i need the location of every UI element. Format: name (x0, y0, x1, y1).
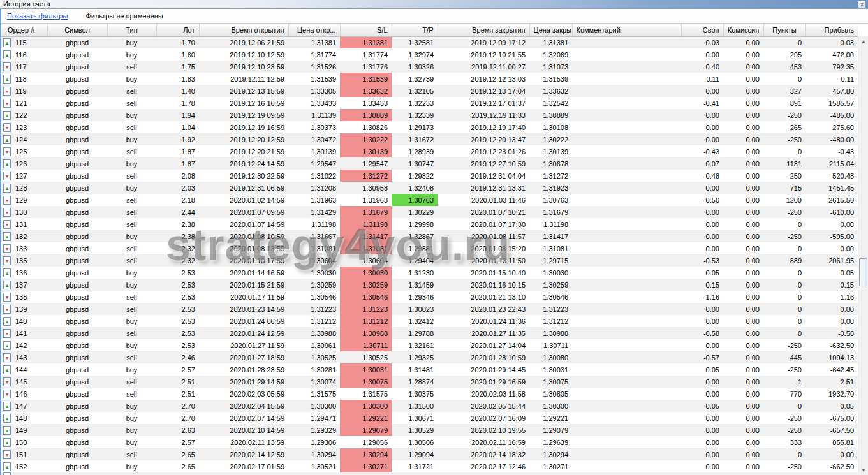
cell-close-time: 2019.12.17 01:37 (438, 97, 529, 109)
col-header-swap[interactable]: Своп (681, 24, 723, 36)
cell-swap: -0.40 (681, 61, 723, 73)
table-row[interactable]: ▼ 139 gbpusd sell 2.53 2020.01.23 14:59 … (1, 303, 858, 315)
scroll-down-icon[interactable]: ▼ (858, 465, 868, 475)
cell-type: buy (107, 36, 156, 48)
table-row[interactable]: ▲ 116 gbpusd buy 1.60 2019.12.10 12:59 1… (1, 48, 858, 61)
table-row[interactable]: ▲ 115 gbpusd buy 1.70 2019.12.06 21:59 1… (1, 36, 858, 48)
order-icon: ▲ (3, 159, 11, 168)
table-row[interactable]: ▼ 138 gbpusd sell 2.53 2020.01.17 11:59 … (1, 291, 858, 303)
table-row[interactable]: ▲ 126 gbpusd buy 1.87 2019.12.24 14:59 1… (1, 157, 858, 170)
cell-tp: 1.29173 (392, 121, 438, 133)
table-row[interactable]: ▲ 137 gbpusd buy 2.53 2020.01.15 21:59 1… (1, 279, 858, 291)
table-row[interactable]: ▲ 118 gbpusd buy 1.83 2019.12.11 12:59 1… (1, 73, 858, 85)
cell-open-time: 2019.12.11 12:59 (199, 73, 288, 85)
table-row[interactable]: ▲ 147 gbpusd buy 2.70 2020.02.04 15:59 1… (1, 400, 858, 412)
col-header-type[interactable]: Тип (107, 24, 156, 36)
col-header-open-price[interactable]: Цена откр... (288, 24, 340, 36)
cell-order: 151 (14, 448, 47, 460)
table-row[interactable]: ▼ 135 gbpusd sell 2.32 2020.01.10 17:59 … (1, 254, 858, 267)
table-row[interactable]: ▼ 141 gbpusd sell 2.53 2020.01.24 12:59 … (1, 327, 858, 339)
col-header-open-time[interactable]: Время открытия (199, 24, 288, 36)
cell-symbol: gbpusd (47, 218, 107, 230)
cell-swap: 0.00 (681, 218, 723, 230)
table-row[interactable]: ▲ 150 gbpusd buy 2.57 2020.02.11 13:59 1… (1, 436, 858, 448)
cell-commission: 0.00 (723, 303, 763, 315)
cell-profit: 2061.95 (805, 254, 858, 267)
cell-symbol: gbpusd (47, 242, 107, 254)
col-header-comment[interactable]: Комментарий (572, 24, 681, 36)
cell-profit: -480.00 (805, 133, 858, 145)
col-header-lot[interactable]: Лот (156, 24, 199, 36)
cell-symbol: gbpusd (47, 230, 107, 242)
col-header-points[interactable]: Пункты (763, 24, 805, 36)
cell-profit: -662.50 (805, 460, 858, 472)
scroll-up-icon[interactable]: ▲ (858, 36, 868, 46)
cell-open-time: 2019.12.10 23:59 (199, 61, 288, 73)
table-row[interactable]: ▲ 124 gbpusd buy 1.92 2019.12.20 12:59 1… (1, 133, 858, 145)
col-header-sl[interactable]: S/L (340, 24, 392, 36)
col-header-close-time[interactable]: Время закрытия (438, 24, 529, 36)
table-row[interactable]: ▼ 133 gbpusd sell 2.32 2020.01.08 13:59 … (1, 242, 858, 254)
table-row[interactable]: ▼ 129 gbpusd sell 2.18 2020.01.02 14:59 … (1, 194, 858, 206)
cell-open-time: 2019.12.10 12:59 (199, 48, 288, 61)
vertical-scrollbar[interactable]: ▲ ▼ (858, 36, 868, 475)
table-row[interactable]: ▼ 119 gbpusd sell 1.40 2019.12.13 15:59 … (1, 85, 858, 97)
table-row[interactable]: ▲ 148 gbpusd buy 2.70 2020.02.07 14:59 1… (1, 412, 858, 424)
table-row[interactable]: ▼ 117 gbpusd sell 1.75 2019.12.10 23:59 … (1, 61, 858, 73)
cell-open-time: 2019.12.06 21:59 (199, 36, 288, 48)
cell-points: 0 (763, 218, 805, 230)
cell-tp: 1.30229 (392, 206, 438, 218)
table-row[interactable]: ▼ 146 gbpusd sell 2.51 2020.02.03 05:59 … (1, 388, 858, 400)
cell-close-time: 2020.01.29 14:45 (438, 363, 529, 376)
history-panel: Показать фильтры Фильтры не применены Ор… (0, 9, 868, 475)
cell-commission: 0.00 (723, 97, 763, 109)
table-row[interactable]: ▼ 151 gbpusd sell 2.65 2020.02.14 12:59 … (1, 448, 858, 460)
cell-close-price: 1.32542 (529, 97, 572, 109)
cell-sl: 1.30031 (340, 363, 392, 376)
col-header-order[interactable]: Ордер # (1, 24, 47, 36)
table-row[interactable]: ▲ 152 gbpusd buy 2.65 2020.02.17 01:59 1… (1, 460, 858, 472)
col-header-symbol[interactable]: Символ (47, 24, 107, 36)
col-header-profit[interactable]: Прибыль (805, 24, 858, 36)
cell-open-time: 2020.01.27 11:59 (199, 339, 288, 351)
cell-lot: 2.53 (156, 303, 199, 315)
table-row[interactable]: ▲ 142 gbpusd buy 2.53 2020.01.27 11:59 1… (1, 339, 858, 351)
cell-lot: 1.92 (156, 133, 199, 145)
cell-close-time: 2020.02.14 18:32 (438, 448, 529, 460)
cell-commission: 0.00 (723, 412, 763, 424)
col-header-tp[interactable]: T/P (392, 24, 438, 36)
table-row[interactable]: ▲ 132 gbpusd buy 2.38 2020.01.08 10:59 1… (1, 230, 858, 242)
table-row[interactable]: ▲ 136 gbpusd buy 2.53 2020.01.14 16:59 1… (1, 267, 858, 279)
close-icon[interactable]: x (858, 1, 866, 8)
show-filters-link[interactable]: Показать фильтры (7, 12, 68, 20)
cell-open-price: 1.31223 (288, 303, 340, 315)
cell-close-price: 1.30763 (529, 194, 572, 206)
table-row[interactable]: ▼ 130 gbpusd sell 2.44 2020.01.07 09:59 … (1, 206, 858, 218)
table-row[interactable]: ▼ 123 gbpusd sell 1.04 2019.12.19 16:59 … (1, 121, 858, 133)
table-row[interactable]: ▲ 140 gbpusd buy 2.53 2020.01.24 06:59 1… (1, 315, 858, 327)
table-row[interactable]: ▼ 145 gbpusd sell 2.51 2020.01.29 14:59 … (1, 376, 858, 388)
table-row[interactable]: ▲ 122 gbpusd buy 1.94 2019.12.19 09:59 1… (1, 109, 858, 121)
order-type-icon-cell: ▲ (1, 36, 14, 48)
cell-points: 1131 (763, 157, 805, 170)
cell-sl: 1.31223 (340, 303, 392, 315)
table-row[interactable]: ▼ 121 gbpusd sell 1.78 2019.12.16 16:59 … (1, 97, 858, 109)
table-row[interactable]: ▼ 127 gbpusd sell 2.08 2019.12.30 22:59 … (1, 170, 858, 182)
order-icon: ▲ (3, 365, 11, 374)
col-header-close-price[interactable]: Цена закры... (529, 24, 572, 36)
order-icon: ▼ (3, 244, 11, 253)
cell-points: 0 (763, 315, 805, 327)
table-row[interactable]: ▼ 131 gbpusd sell 2.38 2020.01.07 14:59 … (1, 218, 858, 230)
col-header-commission[interactable]: Комиссия (723, 24, 763, 36)
cell-close-time: 2020.02.10 19:55 (438, 424, 529, 436)
table-row[interactable]: ▲ 144 gbpusd buy 2.57 2020.01.28 23:59 1… (1, 363, 858, 376)
scrollbar-thumb[interactable] (859, 258, 867, 286)
cell-open-price: 1.30281 (288, 363, 340, 376)
cell-points: 445 (763, 351, 805, 363)
cell-type: sell (107, 218, 156, 230)
table-row[interactable]: ▼ 143 gbpusd sell 2.46 2020.01.27 18:59 … (1, 351, 858, 363)
table-row[interactable]: ▼ 125 gbpusd sell 1.87 2019.12.20 21:59 … (1, 145, 858, 157)
cell-open-time: 2020.01.02 14:59 (199, 194, 288, 206)
table-row[interactable]: ▲ 149 gbpusd buy 2.63 2020.02.10 14:59 1… (1, 424, 858, 436)
table-row[interactable]: ▲ 128 gbpusd buy 2.03 2019.12.31 06:59 1… (1, 182, 858, 194)
